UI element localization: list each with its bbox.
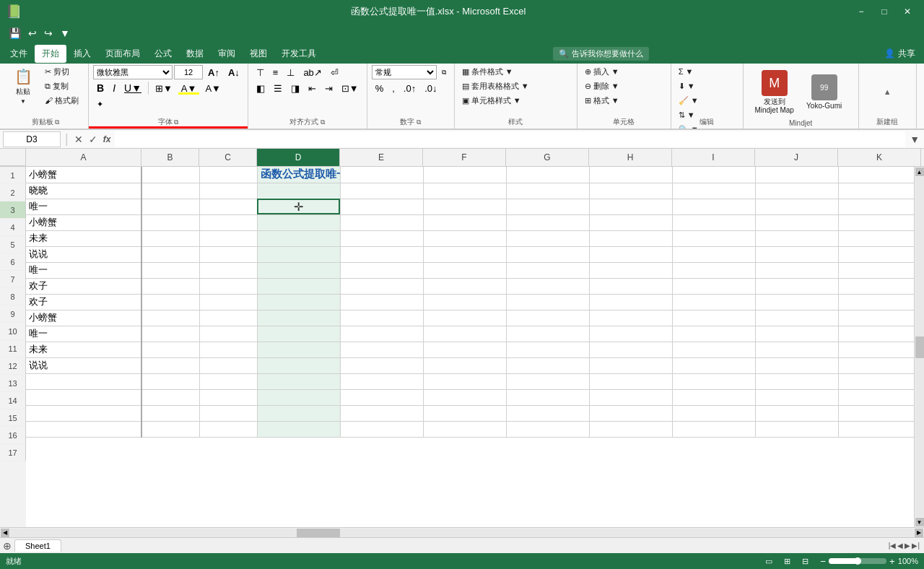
menu-page-layout[interactable]: 页面布局 <box>98 45 147 63</box>
cell-b6[interactable] <box>141 246 199 262</box>
cell-e9[interactable] <box>340 294 423 310</box>
cell-d1[interactable]: 函数公式提取唯一值 <box>257 167 340 183</box>
cell-h11[interactable] <box>589 326 672 342</box>
cell-i12[interactable] <box>672 342 755 357</box>
cell-i16[interactable] <box>672 405 755 421</box>
cell-j3[interactable] <box>755 199 838 214</box>
cell-f3[interactable] <box>423 199 506 214</box>
cell-j13[interactable] <box>755 357 838 373</box>
align-right-button[interactable]: ◨ <box>287 81 303 95</box>
cell-f10[interactable] <box>423 310 506 326</box>
cell-a7[interactable]: 唯一 <box>26 262 141 278</box>
cell-d16[interactable] <box>257 405 340 421</box>
cell-a4[interactable]: 小螃蟹 <box>26 214 141 230</box>
cell-g12[interactable] <box>506 342 589 357</box>
cell-i4[interactable] <box>672 214 755 230</box>
font-color-button[interactable]: A▼ <box>201 81 225 95</box>
cell-a8[interactable]: 欢子 <box>26 278 141 294</box>
cell-i5[interactable] <box>672 230 755 246</box>
row-header-17[interactable]: 17 <box>0 444 26 461</box>
row-header-14[interactable]: 14 <box>0 392 26 409</box>
cell-i14[interactable] <box>672 373 755 389</box>
scroll-thumb[interactable] <box>915 336 924 358</box>
row-header-12[interactable]: 12 <box>0 357 26 375</box>
tab-first-button[interactable]: |◀ <box>889 542 897 550</box>
cell-b16[interactable] <box>141 405 199 421</box>
yoko-gumi-button[interactable]: 99 Yoko-Gumi <box>803 71 846 112</box>
cell-f16[interactable] <box>423 405 506 421</box>
cell-e1[interactable] <box>340 167 423 183</box>
cell-b9[interactable] <box>141 294 199 310</box>
row-header-6[interactable]: 6 <box>0 253 26 271</box>
cell-b7[interactable] <box>141 262 199 278</box>
horizontal-scrollbar[interactable]: ◀ ▶ <box>0 527 924 537</box>
cell-g11[interactable] <box>506 326 589 342</box>
cell-d2[interactable] <box>257 183 340 199</box>
menu-file[interactable]: 文件 <box>3 45 35 63</box>
scroll-up-button[interactable]: ▲ <box>915 168 924 176</box>
sheet-tab-1[interactable]: Sheet1 <box>14 539 61 552</box>
number-format-more[interactable]: ⧉ <box>438 65 450 79</box>
page-break-view-button[interactable]: ⊟ <box>802 557 808 566</box>
cell-i8[interactable] <box>672 278 755 294</box>
cell-k17[interactable] <box>838 421 914 437</box>
cell-k2[interactable] <box>838 183 914 199</box>
cell-f14[interactable] <box>423 373 506 389</box>
tab-next-button[interactable]: ▶ <box>905 542 910 550</box>
cell-k3[interactable] <box>838 199 914 214</box>
maximize-button[interactable]: □ <box>873 4 895 19</box>
menu-data[interactable]: 数据 <box>179 45 211 63</box>
page-layout-view-button[interactable]: ⊞ <box>784 557 790 566</box>
cell-a16[interactable] <box>26 405 141 421</box>
cell-h4[interactable] <box>589 214 672 230</box>
menu-view[interactable]: 视图 <box>243 45 274 63</box>
cell-e6[interactable] <box>340 246 423 262</box>
percent-button[interactable]: % <box>372 81 388 95</box>
cell-h9[interactable] <box>589 294 672 310</box>
cell-j2[interactable] <box>755 183 838 199</box>
cell-h14[interactable] <box>589 373 672 389</box>
cell-c12[interactable] <box>199 342 257 357</box>
row-header-4[interactable]: 4 <box>0 219 26 236</box>
cell-e3[interactable] <box>340 199 423 214</box>
cell-c7[interactable] <box>199 262 257 278</box>
cell-g15[interactable] <box>506 389 589 405</box>
cell-g17[interactable] <box>506 421 589 437</box>
minimize-button[interactable]: − <box>850 4 872 19</box>
border-button[interactable]: ⊞▼ <box>152 81 176 95</box>
cell-j1[interactable] <box>755 167 838 183</box>
cell-b3[interactable] <box>141 199 199 214</box>
menu-insert[interactable]: 插入 <box>66 45 98 63</box>
send-to-mindjet-button[interactable]: M 发送到Mindjet Map <box>749 67 800 116</box>
cell-g7[interactable] <box>506 262 589 278</box>
autosum-button[interactable]: Σ ▼ <box>676 65 738 78</box>
cell-a2[interactable]: 晓晓 <box>26 183 141 199</box>
cell-a17[interactable] <box>26 421 141 437</box>
delete-cells-button[interactable]: ⊖ 删除 ▼ <box>582 79 666 92</box>
format-cells-button[interactable]: ⊞ 格式 ▼ <box>582 94 666 107</box>
increase-indent-button[interactable]: ⇥ <box>321 81 336 95</box>
cell-e12[interactable] <box>340 342 423 357</box>
row-header-5[interactable]: 5 <box>0 236 26 253</box>
copy-button[interactable]: ⧉复制 <box>42 79 85 92</box>
cell-i17[interactable] <box>672 421 755 437</box>
font-size-input[interactable] <box>174 65 203 79</box>
row-header-9[interactable]: 9 <box>0 305 26 323</box>
cell-c15[interactable] <box>199 389 257 405</box>
cell-i2[interactable] <box>672 183 755 199</box>
scroll-down-button[interactable]: ▼ <box>915 518 924 526</box>
row-header-1[interactable]: 1 <box>0 167 26 184</box>
menu-formula[interactable]: 公式 <box>147 45 179 63</box>
cell-j17[interactable] <box>755 421 838 437</box>
cell-b5[interactable] <box>141 230 199 246</box>
fill-color-button[interactable]: A▼ <box>178 81 201 95</box>
cell-d3[interactable]: ✛ <box>257 199 340 214</box>
cell-f1[interactable] <box>423 167 506 183</box>
quick-access-more[interactable]: ▼ <box>57 26 73 40</box>
thousands-button[interactable]: , <box>388 81 398 95</box>
col-header-h[interactable]: H <box>589 149 672 166</box>
zoom-thumb[interactable] <box>854 557 861 565</box>
align-center-button[interactable]: ☰ <box>270 81 286 95</box>
conditional-format-button[interactable]: ▦ 条件格式 ▼ <box>459 65 572 78</box>
cell-k12[interactable] <box>838 342 914 357</box>
